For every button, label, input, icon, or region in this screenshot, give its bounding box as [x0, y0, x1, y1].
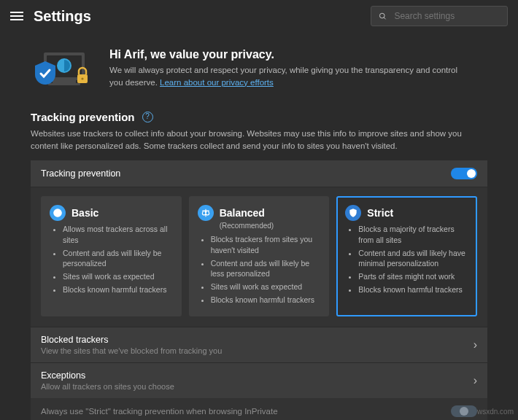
svg-point-0 — [379, 13, 384, 18]
level-bullet: Content and ads will likely be less pers… — [211, 258, 321, 279]
level-bullet: Blocks known harmful trackers — [63, 284, 173, 295]
svg-point-10 — [56, 211, 60, 215]
page-title: Settings — [34, 8, 91, 25]
row-label: Blocked trackers — [41, 335, 222, 345]
inprivate-row: Always use "Strict" tracking prevention … — [31, 398, 487, 420]
level-bullet: Blocks a majority of trackers from all s… — [358, 224, 468, 244]
section-description: Websites use trackers to collect info ab… — [31, 128, 483, 152]
tracking-level-card-balanced[interactable]: Balanced(Recommended)Blocks trackers fro… — [189, 196, 330, 316]
blocked-trackers-row[interactable]: Blocked trackersView the sites that we'v… — [31, 327, 487, 363]
level-bullet: Sites will work as expected — [63, 271, 173, 281]
exceptions-row[interactable]: ExceptionsAllow all trackers on sites yo… — [31, 363, 487, 398]
inprivate-label: Always use "Strict" tracking prevention … — [41, 407, 278, 416]
row-label: Exceptions — [41, 370, 174, 381]
search-icon — [379, 12, 387, 21]
header: Settings — [0, 0, 518, 32]
tracking-level-card-basic[interactable]: BasicAllows most trackers across all sit… — [41, 196, 182, 316]
level-bullet: Content and ads will likely be personali… — [63, 248, 173, 268]
svg-rect-4 — [53, 80, 76, 83]
hero-text: Hi Arif, we value your privacy. We will … — [109, 48, 460, 88]
chevron-right-icon: › — [473, 374, 477, 387]
svg-line-1 — [384, 17, 385, 18]
inprivate-toggle[interactable] — [451, 405, 477, 417]
watermark: wsxdn.com — [477, 408, 514, 416]
level-bullets: Blocks trackers from sites you haven't v… — [198, 234, 321, 305]
balanced-level-icon — [198, 205, 214, 221]
strict-level-icon — [345, 205, 361, 221]
content: Hi Arif, we value your privacy. We will … — [0, 32, 518, 420]
level-bullet: Blocks known harmful trackers — [358, 284, 468, 295]
level-bullets: Blocks a majority of trackers from all s… — [345, 224, 468, 295]
chevron-right-icon: › — [473, 338, 477, 351]
level-bullet: Blocks known harmful trackers — [211, 295, 321, 305]
privacy-hero-icon — [31, 48, 96, 92]
row-sub: Allow all trackers on sites you choose — [41, 382, 174, 391]
level-bullet: Content and ads will likely have minimal… — [358, 248, 468, 268]
hero-heading: Hi Arif, we value your privacy. — [109, 48, 460, 61]
tracking-toggle-row: Tracking prevention — [31, 160, 487, 187]
tracking-toggle[interactable] — [451, 168, 477, 179]
level-bullet: Sites will work as expected — [211, 281, 321, 292]
row-sub: View the sites that we've blocked from t… — [41, 346, 222, 355]
section-title: Tracking prevention — [31, 111, 135, 123]
search-box[interactable] — [371, 6, 508, 26]
hero-body: We will always protect and respect your … — [109, 64, 460, 88]
level-bullet: Blocks trackers from sites you haven't v… — [211, 234, 321, 254]
level-title: Basic — [71, 207, 98, 219]
level-bullet: Allows most trackers across all sites — [63, 224, 173, 244]
tracking-level-cards: BasicAllows most trackers across all sit… — [31, 187, 487, 327]
level-bullets: Allows most trackers across all sitesCon… — [50, 224, 173, 295]
search-input[interactable] — [393, 10, 500, 22]
section-header: Tracking prevention ? — [31, 111, 487, 123]
help-icon[interactable]: ? — [142, 112, 153, 122]
tracking-level-card-strict[interactable]: StrictBlocks a majority of trackers from… — [336, 196, 477, 316]
tracking-toggle-label: Tracking prevention — [41, 168, 120, 179]
menu-icon[interactable] — [10, 9, 23, 23]
svg-rect-5 — [48, 83, 80, 85]
privacy-learn-link[interactable]: Learn about our privacy efforts — [160, 78, 274, 87]
level-title: Strict — [367, 207, 393, 219]
level-bullet: Parts of sites might not work — [358, 271, 468, 281]
basic-level-icon — [50, 205, 66, 221]
privacy-hero: Hi Arif, we value your privacy. We will … — [31, 32, 487, 106]
tracking-panel: Tracking prevention BasicAllows most tra… — [31, 160, 487, 420]
level-subtitle: (Recommended) — [220, 222, 321, 230]
svg-point-8 — [81, 77, 83, 79]
level-title: Balanced — [220, 207, 265, 219]
